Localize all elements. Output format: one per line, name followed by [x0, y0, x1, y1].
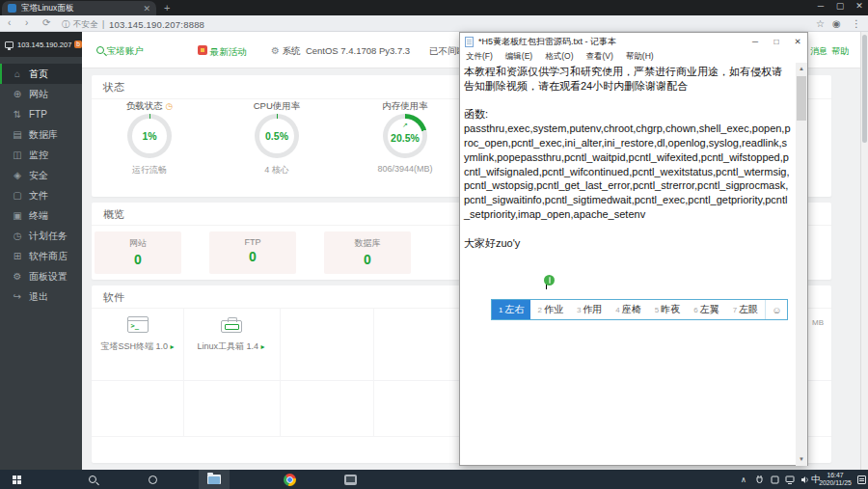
sidebar-item-logout[interactable]: ↪退出	[0, 286, 82, 307]
search-icon	[89, 475, 96, 483]
tab-close-icon[interactable]: ✕	[143, 4, 150, 14]
overview-database[interactable]: 数据库 0	[324, 231, 411, 274]
chrome-button[interactable]	[280, 470, 299, 489]
ime-candidate-3[interactable]: 3作用	[570, 300, 609, 319]
load-label: 负载状态 ◷	[87, 100, 212, 113]
taskbar-clock[interactable]: 16:47 2020/11/25	[815, 472, 855, 487]
file-explorer-button[interactable]	[204, 470, 224, 489]
sidebar-item-files[interactable]: ▢文件	[0, 185, 82, 205]
tab-favicon-icon	[8, 4, 16, 13]
chart-icon: ◫	[12, 149, 23, 160]
menu-help[interactable]: 帮助(H)	[626, 51, 654, 63]
ime-candidate-5[interactable]: 5昨夜	[648, 300, 687, 319]
menu-format[interactable]: 格式(O)	[545, 51, 573, 63]
cpu-gauge: 0.5%	[255, 114, 299, 158]
notepad-maximize-button[interactable]: □	[766, 33, 787, 50]
gift-icon	[198, 45, 207, 55]
sidebar-item-settings[interactable]: ⚙面板设置	[0, 266, 82, 286]
menu-edit[interactable]: 编辑(E)	[505, 51, 532, 63]
folder-icon: ▢	[12, 190, 23, 201]
bookmark-star-icon[interactable]: ☆	[816, 18, 825, 29]
media-app-button[interactable]	[339, 470, 361, 489]
sidebar-item-ftp[interactable]: ⇅FTP	[0, 104, 82, 124]
overview-website[interactable]: 网站 0	[95, 231, 181, 274]
sidebar-item-cron[interactable]: ◷计划任务	[0, 226, 82, 246]
account-link[interactable]: 宝塔账户	[96, 45, 144, 58]
overview-ftp[interactable]: FTP 0	[209, 231, 296, 274]
play-icon: ▸	[171, 342, 175, 351]
scroll-up-icon[interactable]: ▲	[796, 63, 807, 75]
notepad-scrollbar[interactable]: ▲ ▼	[796, 63, 807, 466]
browser-tabstrip: 宝塔Linux面板 ✕ + ─ ▢ ✕	[0, 0, 868, 15]
back-icon[interactable]: ‹	[8, 17, 11, 28]
ime-candidate-7[interactable]: 7左眼	[726, 300, 765, 319]
chrome-icon	[284, 474, 296, 486]
url-text[interactable]: 103.145.190.207:8888	[109, 19, 204, 30]
system-icon: ⚙	[271, 45, 280, 56]
ime-candidate-1[interactable]: 1左右	[492, 300, 530, 319]
software-linux-toolbox[interactable]: Linux工具箱 1.4 ▸	[185, 316, 277, 353]
scroll-down-icon[interactable]: ▼	[796, 453, 807, 466]
speaker-icon	[800, 475, 809, 484]
profile-icon[interactable]: ◉	[832, 18, 841, 29]
sidebar-item-database[interactable]: ▤数据库	[0, 124, 82, 145]
emoji-icon[interactable]: ☺	[765, 300, 787, 319]
sidebar-server-header[interactable]: 103.145.190.207 b	[0, 32, 82, 57]
new-tab-button[interactable]: +	[164, 2, 170, 14]
promo-activity-link[interactable]: 最新活动	[198, 45, 247, 59]
notepad-scrollbar-thumb[interactable]	[797, 76, 806, 121]
software-ssh-terminal[interactable]: 宝塔SSH终端 1.0 ▸	[92, 316, 183, 353]
globe-icon: ⊕	[12, 89, 23, 99]
tray-volume-button[interactable]	[799, 470, 810, 489]
notepad-close-button[interactable]: ✕	[787, 33, 808, 50]
sidebar-item-terminal[interactable]: ▣终端	[0, 205, 82, 226]
panel-sidebar: 103.145.190.207 b ⌂首页 ⊕网站 ⇅FTP ▤数据库 ◫监控 …	[0, 32, 82, 470]
ime-candidate-6[interactable]: 6左翼	[687, 300, 725, 319]
browser-tab[interactable]: 宝塔Linux面板 ✕	[2, 1, 156, 15]
ime-candidate-2[interactable]: 2作业	[530, 300, 569, 319]
ssh-terminal-icon	[127, 316, 149, 333]
action-center-button[interactable]	[854, 470, 868, 489]
help-link[interactable]: 帮助	[831, 45, 849, 58]
monitor-icon	[5, 41, 14, 48]
cortana-icon	[149, 475, 157, 484]
cpu-sub: 4 核心	[214, 164, 339, 177]
notepad-minimize-button[interactable]: ─	[745, 33, 766, 50]
info-icon[interactable]: ⓘ	[62, 19, 70, 31]
browser-maximize-button[interactable]: ▢	[831, 1, 849, 11]
ime-candidate-4[interactable]: 4座椅	[609, 300, 647, 319]
sidebar-item-security[interactable]: ◈安全	[0, 165, 82, 185]
message-link[interactable]: 消息	[810, 45, 827, 58]
clock-date: 2020/11/25	[815, 479, 855, 487]
forward-icon[interactable]: ›	[25, 17, 28, 28]
page-scrollbar-thumb[interactable]	[862, 35, 867, 143]
notepad-title: *H5黄老板红包扫雷源码.txt - 记事本	[478, 36, 719, 48]
sidebar-item-appstore[interactable]: ⊞软件商店	[0, 246, 82, 266]
terminal-icon: ▣	[12, 210, 23, 221]
grid-line	[280, 309, 281, 436]
menu-dots-icon[interactable]: ⋮	[852, 18, 861, 29]
sidebar-item-monitor[interactable]: ◫监控	[0, 145, 82, 165]
menu-view[interactable]: 查看(V)	[585, 51, 612, 63]
reload-icon[interactable]: ⟳	[42, 17, 50, 28]
tray-expand-button[interactable]: ∧	[737, 470, 750, 489]
cortana-button[interactable]	[143, 470, 162, 489]
home-icon: ⌂	[12, 68, 23, 79]
menu-file[interactable]: 文件(F)	[466, 51, 493, 63]
start-button[interactable]	[6, 470, 27, 489]
taskbar-search-button[interactable]	[83, 470, 102, 489]
tray-device-button[interactable]	[768, 470, 781, 489]
page-scrollbar[interactable]	[860, 32, 868, 470]
taskbar: ∧ 中 16:47 2020/11/25	[0, 470, 868, 489]
notepad-window: *H5黄老板红包扫雷源码.txt - 记事本 ─ □ ✕ 文件(F) 编辑(E)…	[459, 32, 808, 466]
browser-minimize-button[interactable]: ─	[812, 1, 829, 11]
tray-network-button[interactable]	[783, 470, 797, 489]
tray-usb-button[interactable]	[752, 470, 766, 489]
grid-line	[183, 309, 184, 436]
memory-gauge: ↗ 20.5%	[383, 114, 427, 158]
notepad-text-area[interactable]: 本教程和资源仅供学习和研究使用，严禁进行商业用途，如有侵权请告知删除视频，请在观…	[460, 63, 796, 466]
browser-close-button[interactable]: ✕	[851, 1, 868, 11]
grid-line	[373, 309, 374, 436]
sidebar-item-website[interactable]: ⊕网站	[0, 84, 82, 104]
sidebar-item-home[interactable]: ⌂首页	[0, 64, 82, 84]
